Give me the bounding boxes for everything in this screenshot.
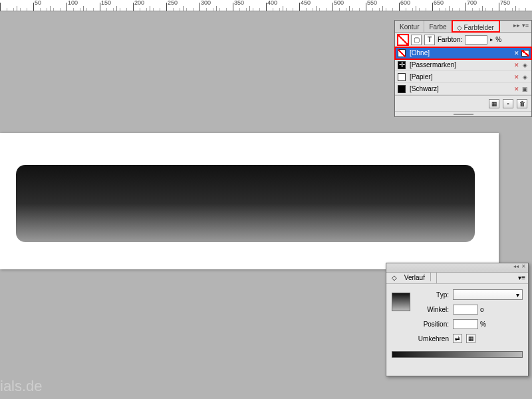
swatch-row[interactable]: [Papier]✕◈	[395, 71, 531, 83]
tab-farbfelder-label: Farbfelder	[464, 24, 494, 31]
swatch-name: [Passermarken]	[410, 61, 509, 68]
swatch-row[interactable]: [Passermarken]✕◈	[395, 59, 531, 71]
gradient-tab-row: ◇ Verlauf ▾≡	[386, 273, 528, 284]
gradient-panel-titlebar[interactable]: ◂◂ ✕	[386, 263, 528, 273]
swatch-name: [Schwarz]	[410, 85, 509, 92]
reverse-gradient-button[interactable]: ⇄	[453, 334, 462, 343]
tint-label: Farbton:	[438, 36, 462, 43]
ruler-horizontal: 5010015020025030035040045050055060065070…	[0, 0, 532, 11]
swatch-chip	[398, 85, 406, 93]
winkel-unit: o	[480, 306, 484, 313]
tab-farbe[interactable]: Farbe	[424, 21, 452, 32]
swatch-flags: ✕◈	[513, 61, 529, 68]
swatch-controls: ▢ T Farbton: ▸ %	[395, 33, 531, 47]
gradient-ramp[interactable]	[392, 351, 523, 358]
text-toggle-button[interactable]: T	[424, 35, 435, 45]
stroke-toggle-button[interactable]: ▢	[411, 35, 422, 45]
tint-arrow-icon[interactable]: ▸	[490, 37, 493, 43]
canvas[interactable]	[0, 133, 499, 269]
tint-input[interactable]	[465, 35, 487, 45]
winkel-input[interactable]	[453, 305, 478, 315]
swatch-flags: ✕	[513, 49, 529, 57]
gradient-body: Typ: ▾ Winkel: o Position: % Umkehren ⇄ …	[386, 284, 528, 376]
panel-menu-icon[interactable]: ▾≡	[515, 273, 528, 283]
swatch-name: [Papier]	[410, 73, 509, 80]
panel-tabs: Kontur Farbe ◇ Farbfelder ▸▸ ▾≡	[395, 21, 531, 33]
swatch-chip	[398, 61, 406, 69]
swatch-flags: ✕◈	[513, 73, 529, 80]
tab-kontur[interactable]: Kontur	[395, 21, 424, 32]
fill-none-button[interactable]	[398, 35, 408, 45]
swatch-list: [Ohne]✕[Passermarken]✕◈[Papier]✕◈[Schwar…	[395, 47, 531, 95]
tab-farbfelder[interactable]: ◇ Farbfelder	[452, 21, 499, 32]
swatch-name: [Ohne]	[410, 49, 509, 57]
swatch-row[interactable]: [Schwarz]✕▣	[395, 83, 531, 95]
position-input[interactable]	[453, 319, 478, 329]
swatch-chip	[398, 73, 406, 81]
tint-unit: %	[495, 36, 501, 43]
close-icon[interactable]: ✕	[521, 263, 526, 272]
delete-swatch-button[interactable]: 🗑	[517, 99, 527, 108]
gradient-extra-button[interactable]: ▦	[466, 334, 475, 343]
panel-collapse-icon[interactable]: ▸▸ ▾≡	[511, 21, 531, 32]
winkel-cell: o	[453, 305, 523, 315]
swatches-panel: Kontur Farbe ◇ Farbfelder ▸▸ ▾≡ ▢ T Farb…	[394, 20, 532, 117]
winkel-label: Winkel:	[416, 306, 449, 313]
show-swatches-button[interactable]: ▦	[489, 99, 499, 108]
watermark: ials.de	[0, 378, 43, 395]
position-unit: %	[480, 321, 486, 328]
new-swatch-button[interactable]: ▫	[503, 99, 513, 108]
position-cell: %	[453, 319, 523, 329]
swatch-chip	[398, 49, 406, 57]
gradient-preview[interactable]	[392, 293, 410, 311]
panel-resize-grabber[interactable]	[395, 111, 531, 116]
swatch-footer: ▦ ▫ 🗑	[395, 95, 531, 111]
position-label: Position:	[416, 321, 449, 328]
swatch-row[interactable]: [Ohne]✕	[395, 47, 531, 59]
umkehren-label: Umkehren	[416, 335, 449, 342]
gradient-panel[interactable]: ◂◂ ✕ ◇ Verlauf ▾≡ Typ: ▾ Winkel: o Posit…	[386, 263, 529, 376]
tab-verlauf-label: Verlauf	[399, 273, 431, 281]
tab-verlauf[interactable]: ◇ Verlauf	[386, 273, 437, 283]
typ-select[interactable]: ▾	[453, 289, 523, 300]
typ-label: Typ:	[416, 291, 449, 299]
swatch-flags: ✕▣	[513, 85, 529, 92]
minimize-icon[interactable]: ◂◂	[513, 263, 519, 272]
gradient-rectangle-shape[interactable]	[16, 165, 475, 242]
